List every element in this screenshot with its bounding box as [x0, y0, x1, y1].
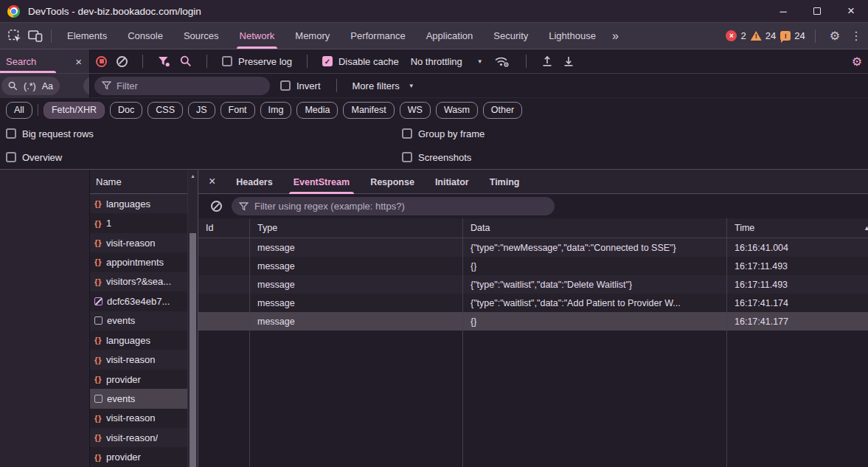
network-settings-gear-button[interactable]: ⚙ — [852, 55, 862, 69]
invert-checkbox[interactable]: Invert — [280, 80, 321, 91]
request-list-item[interactable]: {}visitors?&sea... — [90, 272, 198, 291]
issues-badge[interactable]: ! 24 — [780, 30, 805, 41]
tab-console[interactable]: Console — [117, 23, 173, 49]
resource-chip-ws[interactable]: WS — [400, 102, 431, 119]
resource-chip-fetch-xhr[interactable]: Fetch/XHR — [44, 102, 105, 119]
scrollbar-thumb[interactable] — [190, 233, 196, 467]
preserve-log-checkbox[interactable]: ✓ Preserve log — [222, 56, 292, 67]
maximize-button[interactable] — [800, 0, 834, 22]
request-list-item[interactable]: {}visit-reason — [90, 233, 198, 252]
resource-chip-img[interactable]: Img — [260, 102, 292, 119]
detail-tab-response[interactable]: Response — [360, 170, 425, 194]
column-header-data[interactable]: Data — [463, 218, 727, 238]
search-drawer-tab[interactable]: Search × — [0, 49, 90, 73]
issues-count: 24 — [794, 30, 805, 41]
tab-network[interactable]: Network — [229, 23, 285, 49]
regex-toggle-button[interactable]: (.*) — [24, 81, 36, 91]
resource-chip-font[interactable]: Font — [221, 102, 255, 119]
resource-chip-doc[interactable]: Doc — [110, 102, 142, 119]
device-toolbar-button[interactable] — [25, 27, 46, 46]
filter-input[interactable] — [117, 80, 263, 91]
column-header-id[interactable]: Id — [198, 218, 250, 238]
kebab-menu-button[interactable]: ⋮ — [849, 29, 864, 43]
tab-elements[interactable]: Elements — [57, 23, 117, 49]
more-tabs-button[interactable]: » — [606, 30, 625, 43]
warning-badge[interactable]: ! 24 — [751, 30, 776, 41]
tab-performance[interactable]: Performance — [340, 23, 415, 49]
eventstream-row[interactable]: message{"type":"waitlist","data":"Delete… — [198, 275, 868, 294]
checkbox-icon — [6, 152, 16, 162]
close-search-button[interactable]: × — [75, 55, 82, 68]
network-conditions-button[interactable] — [494, 55, 511, 68]
request-list-item[interactable]: events — [90, 311, 198, 331]
eventstream-row[interactable]: message{}16:17:11.493 — [198, 257, 868, 275]
eventstream-row[interactable]: message{"type":"newMessage","data":"Conn… — [198, 238, 868, 257]
clipped-search-control[interactable]: ( — [83, 77, 90, 95]
match-case-toggle-button[interactable]: Aa — [42, 81, 53, 91]
detail-tab-headers[interactable]: Headers — [226, 170, 282, 194]
tab-lighthouse[interactable]: Lighthouse — [538, 23, 606, 49]
regex-filter-input[interactable] — [254, 201, 547, 212]
tab-security[interactable]: Security — [483, 23, 538, 49]
request-list-item[interactable]: {}visit-reason/ — [90, 428, 198, 447]
resource-chip-manifest[interactable]: Manifest — [343, 102, 394, 119]
search-network-button[interactable] — [180, 55, 192, 67]
search-input-pill[interactable]: (.*) Aa — [1, 77, 60, 95]
window-title: DevTools - dev-biz.bookadoc.com/login — [28, 6, 201, 17]
request-list-item[interactable]: {}appointments — [90, 252, 198, 271]
minimize-button[interactable]: ─ — [766, 0, 800, 22]
filter-input-pill[interactable] — [94, 77, 270, 95]
request-list-scrollbar[interactable]: ▲ — [187, 170, 198, 467]
divider — [38, 104, 38, 116]
export-har-button[interactable] — [563, 55, 574, 67]
import-har-button[interactable] — [541, 55, 553, 67]
more-filters-dropdown[interactable]: More filters ▼ — [353, 80, 414, 91]
resource-chip-other[interactable]: Other — [483, 102, 522, 119]
resource-chip-wasm[interactable]: Wasm — [436, 102, 478, 119]
filter-toggle-button[interactable] — [158, 56, 170, 67]
eventstream-row[interactable]: message{"type":"waitlist","data":"Add Pa… — [198, 294, 868, 312]
inspect-element-button[interactable] — [4, 27, 25, 46]
error-badge[interactable]: × 2 — [726, 30, 746, 41]
big-request-rows-label: Big request rows — [22, 128, 94, 139]
scroll-up-arrow-icon[interactable]: ▲ — [188, 173, 198, 179]
big-request-rows-checkbox[interactable]: Big request rows — [6, 128, 94, 139]
detail-tab-eventstream[interactable]: EventStream — [283, 170, 360, 194]
request-list-item[interactable]: {}1 — [90, 213, 198, 232]
tab-sources[interactable]: Sources — [173, 23, 229, 49]
column-header-time[interactable]: Time — [727, 218, 868, 238]
detail-tab-timing[interactable]: Timing — [479, 170, 530, 194]
request-list-item[interactable]: {}provider — [90, 447, 198, 466]
settings-gear-button[interactable]: ⚙ — [825, 29, 844, 43]
throttling-dropdown[interactable]: No throttling ▼ — [411, 56, 483, 67]
eventstream-row[interactable]: message{}16:17:41.177 — [198, 312, 868, 331]
checkbox-icon: ✓ — [222, 56, 232, 66]
resource-chip-all[interactable]: All — [6, 102, 32, 119]
close-detail-button[interactable]: × — [206, 175, 226, 188]
regex-filter-pill[interactable] — [232, 197, 555, 215]
column-header-type[interactable]: Type — [250, 218, 463, 238]
tab-memory[interactable]: Memory — [285, 23, 340, 49]
request-list-item[interactable]: {}languages — [90, 331, 198, 350]
resource-chip-css[interactable]: CSS — [147, 102, 183, 119]
resource-chip-media[interactable]: Media — [296, 102, 338, 119]
disable-cache-checkbox[interactable]: ✓ Disable cache — [322, 56, 399, 67]
detail-tab-initiator[interactable]: Initiator — [425, 170, 479, 194]
overview-checkbox[interactable]: Overview — [6, 152, 62, 163]
request-list-item[interactable]: events — [90, 389, 198, 408]
request-list-item[interactable]: {}visit-reason — [90, 409, 198, 428]
tab-application[interactable]: Application — [416, 23, 484, 49]
resource-chip-js[interactable]: JS — [188, 102, 215, 119]
record-network-log-button[interactable] — [96, 56, 107, 67]
request-list-item[interactable]: {}visit-reason — [90, 350, 198, 369]
clear-network-log-button[interactable] — [117, 56, 128, 67]
clear-events-button[interactable] — [211, 201, 222, 212]
request-list-header[interactable]: Name — [90, 170, 198, 194]
request-list-item[interactable]: dcfc63e4eb7... — [90, 291, 198, 311]
screenshots-checkbox[interactable]: Screenshots — [402, 152, 471, 163]
request-list-item[interactable]: {}provider — [90, 370, 198, 389]
request-list-item[interactable]: {}languages — [90, 194, 198, 213]
close-window-button[interactable]: × — [834, 0, 868, 22]
network-toolbar: ✓ Preserve log ✓ Disable cache No thrott… — [90, 49, 868, 73]
group-by-frame-checkbox[interactable]: Group by frame — [402, 128, 485, 139]
